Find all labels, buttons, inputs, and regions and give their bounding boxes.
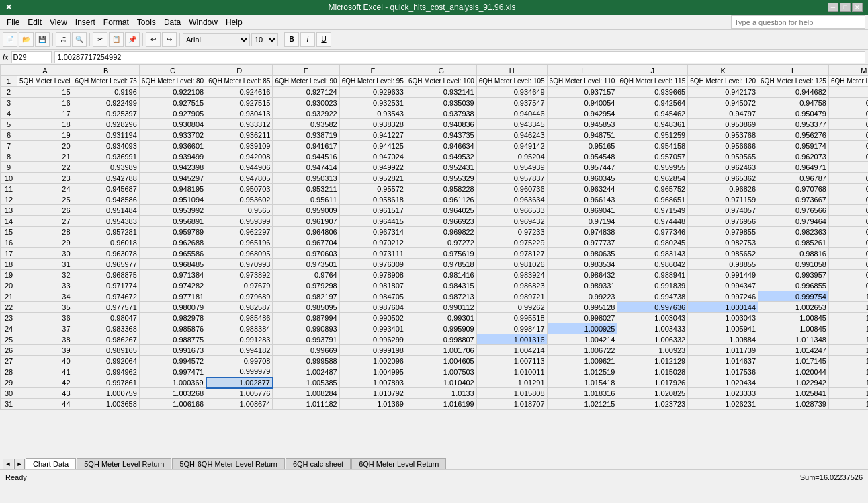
header-cell-A1[interactable]: 5QH Meter Level <box>17 76 73 87</box>
cell-J2[interactable]: 0.939665 <box>617 87 688 98</box>
col-header-B[interactable]: B <box>73 65 139 76</box>
cell-J22[interactable]: 0.997636 <box>617 302 688 313</box>
sheet-tab-6qh-return[interactable]: 6QH Meter Level Return <box>351 458 446 469</box>
cell-A9[interactable]: 22 <box>17 162 73 173</box>
cell-J30[interactable]: 1.020825 <box>617 388 688 399</box>
cell-D11[interactable]: 0.950703 <box>206 184 273 194</box>
cell-H30[interactable]: 1.015808 <box>476 388 547 399</box>
row-header-30[interactable]: 30 <box>1 388 17 399</box>
cell-J25[interactable]: 1.006332 <box>617 334 688 345</box>
cell-C18[interactable]: 0.968485 <box>139 259 206 270</box>
cell-B23[interactable]: 0.98047 <box>73 313 139 323</box>
cell-M13[interactable]: 0.979074 <box>828 205 868 216</box>
cell-E10[interactable]: 0.950313 <box>273 173 339 184</box>
cell-I30[interactable]: 1.018316 <box>547 388 617 399</box>
row-header-4[interactable]: 4 <box>1 108 17 119</box>
cell-D24[interactable]: 0.988384 <box>206 323 273 334</box>
cell-D17[interactable]: 0.968095 <box>206 248 273 259</box>
cell-B27[interactable]: 0.992064 <box>73 356 139 366</box>
cell-E7[interactable]: 0.941617 <box>273 141 339 151</box>
header-cell-I1[interactable]: 6QH Meter Level: 110 <box>547 76 617 87</box>
cell-F6[interactable]: 0.941227 <box>339 130 406 141</box>
cell-E12[interactable]: 0.95611 <box>273 194 339 205</box>
cell-B9[interactable]: 0.93989 <box>73 162 139 173</box>
cell-G10[interactable]: 0.955329 <box>406 173 476 184</box>
cell-C29[interactable]: 1.000369 <box>139 377 206 388</box>
cell-I19[interactable]: 0.986432 <box>547 270 617 280</box>
cell-C28[interactable]: 0.997471 <box>139 366 206 377</box>
cell-C19[interactable]: 0.971384 <box>139 270 206 280</box>
cell-F21[interactable]: 0.984705 <box>339 291 406 302</box>
cell-L10[interactable]: 0.96787 <box>758 173 829 184</box>
cell-H27[interactable]: 1.007113 <box>476 356 547 366</box>
cell-E27[interactable]: 0.999588 <box>273 356 339 366</box>
cell-L19[interactable]: 0.993957 <box>758 270 829 280</box>
cell-F22[interactable]: 0.987604 <box>339 302 406 313</box>
cell-A13[interactable]: 26 <box>17 205 73 216</box>
cell-I3[interactable]: 0.940054 <box>547 98 617 108</box>
cell-L5[interactable]: 0.953377 <box>758 119 829 130</box>
cell-J24[interactable]: 1.003433 <box>617 323 688 334</box>
cell-E2[interactable]: 0.927124 <box>273 87 339 98</box>
font-size-selector[interactable]: 10 <box>251 33 278 46</box>
sheet-wrapper[interactable]: A B C D E F G H I J K L M N O P Q <box>0 65 868 455</box>
cell-M22[interactable]: 1.005161 <box>828 302 868 313</box>
open-button[interactable]: 📂 <box>19 32 34 47</box>
cell-L16[interactable]: 0.985261 <box>758 237 829 248</box>
cell-C31[interactable]: 1.006166 <box>139 399 206 410</box>
cell-H16[interactable]: 0.975229 <box>476 237 547 248</box>
cell-K8[interactable]: 0.959565 <box>688 151 758 162</box>
cell-B14[interactable]: 0.954383 <box>73 216 139 227</box>
cell-H6[interactable]: 0.946243 <box>476 130 547 141</box>
header-cell-H1[interactable]: 6QH Meter Level: 105 <box>476 76 547 87</box>
cell-J4[interactable]: 0.945462 <box>617 108 688 119</box>
cell-G12[interactable]: 0.961126 <box>406 194 476 205</box>
cell-K25[interactable]: 1.00884 <box>688 334 758 345</box>
cell-I6[interactable]: 0.948751 <box>547 130 617 141</box>
cell-M23[interactable]: 1.008059 <box>828 313 868 323</box>
cell-A26[interactable]: 39 <box>17 345 73 356</box>
cell-M19[interactable]: 0.996465 <box>828 270 868 280</box>
cell-B10[interactable]: 0.942788 <box>73 173 139 184</box>
cell-I27[interactable]: 1.009621 <box>547 356 617 366</box>
cell-L14[interactable]: 0.979464 <box>758 216 829 227</box>
cell-G11[interactable]: 0.958228 <box>406 184 476 194</box>
col-header-J[interactable]: J <box>617 65 688 76</box>
cell-C21[interactable]: 0.977181 <box>139 291 206 302</box>
cell-J3[interactable]: 0.942564 <box>617 98 688 108</box>
paste-button[interactable]: 📌 <box>125 32 140 47</box>
col-header-H[interactable]: H <box>476 65 547 76</box>
cell-F15[interactable]: 0.967314 <box>339 227 406 237</box>
cell-G2[interactable]: 0.932141 <box>406 87 476 98</box>
cell-I14[interactable]: 0.97194 <box>547 216 617 227</box>
cell-J26[interactable]: 1.00923 <box>617 345 688 356</box>
cell-D5[interactable]: 0.933312 <box>206 119 273 130</box>
cell-A4[interactable]: 17 <box>17 108 73 119</box>
cell-J20[interactable]: 0.991839 <box>617 280 688 291</box>
cell-B8[interactable]: 0.936991 <box>73 151 139 162</box>
cell-E5[interactable]: 0.93582 <box>273 119 339 130</box>
cell-L18[interactable]: 0.991058 <box>758 259 829 270</box>
cell-A18[interactable]: 31 <box>17 259 73 270</box>
cell-E16[interactable]: 0.967704 <box>273 237 339 248</box>
row-header-8[interactable]: 8 <box>1 151 17 162</box>
cell-M5[interactable]: 0.955885 <box>828 119 868 130</box>
cell-I18[interactable]: 0.983534 <box>547 259 617 270</box>
cell-M26[interactable]: 1.016755 <box>828 345 868 356</box>
cell-G6[interactable]: 0.943735 <box>406 130 476 141</box>
cell-F4[interactable]: 0.93543 <box>339 108 406 119</box>
cell-H11[interactable]: 0.960736 <box>476 184 547 194</box>
cell-D15[interactable]: 0.962297 <box>206 227 273 237</box>
cell-H13[interactable]: 0.966533 <box>476 205 547 216</box>
col-header-M[interactable]: M <box>828 65 868 76</box>
cell-E9[interactable]: 0.947414 <box>273 162 339 173</box>
col-header-K[interactable]: K <box>688 65 758 76</box>
cell-D18[interactable]: 0.970993 <box>206 259 273 270</box>
cell-M29[interactable]: 1.025451 <box>828 377 868 388</box>
menu-edit[interactable]: Edit <box>24 16 46 28</box>
cell-D30[interactable]: 1.005776 <box>206 388 273 399</box>
row-header-20[interactable]: 20 <box>1 280 17 291</box>
cell-D16[interactable]: 0.965196 <box>206 237 273 248</box>
cell-C26[interactable]: 0.991673 <box>139 345 206 356</box>
cell-J15[interactable]: 0.977346 <box>617 227 688 237</box>
